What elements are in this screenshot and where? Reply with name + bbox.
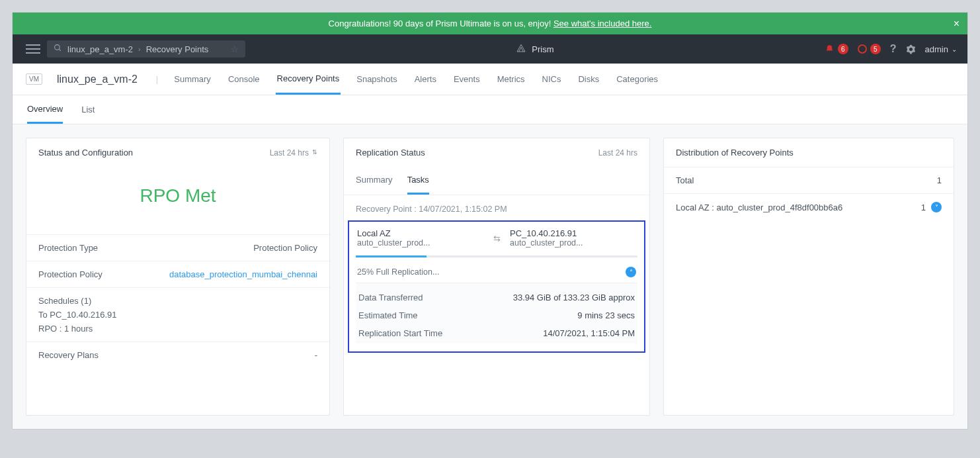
gear-icon <box>906 44 916 54</box>
entity-type-chip: VM <box>26 73 42 85</box>
banner-link[interactable]: See what's included here. <box>553 19 651 28</box>
svg-line-1 <box>59 49 61 51</box>
start-time-value: 14/07/2021, 1:15:04 PM <box>543 328 635 338</box>
help-icon[interactable]: ? <box>890 43 897 55</box>
distribution-title: Distribution of Recovery Points <box>676 148 794 158</box>
brand: Prism <box>245 44 825 54</box>
distribution-card: Distribution of Recovery Points Total 1 … <box>663 138 954 416</box>
total-label: Total <box>676 175 694 185</box>
star-icon[interactable]: ☆ <box>231 44 239 54</box>
replication-range: Last 24 hrs <box>598 148 637 158</box>
svg-marker-2 <box>517 44 525 52</box>
recovery-plans-label: Recovery Plans <box>38 350 99 360</box>
user-label: admin <box>925 44 948 54</box>
protection-policy-label: Protection Policy <box>38 269 102 279</box>
status-card: Status and Configuration Last 24 hrs ⇅ R… <box>26 138 330 416</box>
tab-disks[interactable]: Disks <box>577 65 600 93</box>
search-value: linux_pe_a_vm-2 <box>67 44 133 54</box>
dist-row-count: 1 <box>921 203 926 212</box>
chevron-up-icon: ˄ <box>630 269 633 276</box>
recovery-point-label: Recovery Point : 14/07/2021, 1:15:02 PM <box>344 195 649 220</box>
topbar: linux_pe_a_vm-2 › Recovery Points ☆ Pris… <box>13 34 967 64</box>
schedule-rpo: RPO : 1 hours <box>38 324 317 334</box>
alert-badge: 6 <box>838 44 848 54</box>
status-card-title: Status and Configuration <box>38 148 133 158</box>
estimated-time-label: Estimated Time <box>358 310 418 320</box>
subtab-overview[interactable]: Overview <box>27 96 63 124</box>
source-az: Local AZ <box>357 228 483 238</box>
schedule-target: To PC_10.40.216.91 <box>38 310 317 320</box>
subtab-bar: Overview List <box>13 95 967 124</box>
replication-task-highlight: Local AZ auto_cluster_prod... ⇆ PC_10.40… <box>348 220 645 353</box>
estimated-time-value: 9 mins 23 secs <box>577 310 635 320</box>
tasks-button[interactable]: 5 <box>858 44 881 54</box>
tab-events[interactable]: Events <box>452 65 481 93</box>
data-transferred-value: 33.94 GiB of 133.23 GiB approx <box>513 293 635 302</box>
tab-metrics[interactable]: Metrics <box>496 65 526 93</box>
alerts-button[interactable]: 6 <box>825 44 848 54</box>
tab-snapshots[interactable]: Snapshots <box>355 65 398 93</box>
replication-card: Replication Status Last 24 hrs Summary T… <box>343 138 650 416</box>
search-icon <box>54 44 62 54</box>
rpo-status: RPO Met <box>26 167 329 234</box>
recovery-plans-value: - <box>315 350 317 360</box>
expand-button[interactable]: ˅ <box>931 202 942 212</box>
collapse-toggle[interactable]: ˄ <box>626 267 636 277</box>
repl-tab-summary[interactable]: Summary <box>356 167 393 195</box>
promo-banner: Congratulations! 90 days of Prism Ultima… <box>13 13 967 34</box>
search-tail: Recovery Points <box>146 44 209 54</box>
target-az: PC_10.40.216.91 <box>510 228 636 238</box>
swap-icon: ⇆ <box>483 228 510 244</box>
dist-row-label: Local AZ : auto_cluster_prod_4f8df00bb6a… <box>676 203 842 212</box>
topbar-right: 6 5 ? admin ⌄ <box>825 43 961 55</box>
chevron-down-icon: ⌄ <box>952 46 957 53</box>
main-content: Status and Configuration Last 24 hrs ⇅ R… <box>13 124 967 429</box>
entity-tabbar: VM linux_pe_a_vm-2 | Summary Console Rec… <box>13 64 967 95</box>
protection-type-label: Protection Type <box>38 243 98 253</box>
menu-icon[interactable] <box>26 42 40 56</box>
svg-point-0 <box>55 45 60 50</box>
tab-summary[interactable]: Summary <box>173 65 212 93</box>
schedules-label: Schedules (1) <box>38 296 317 306</box>
tab-recovery-points[interactable]: Recovery Points <box>276 64 341 95</box>
total-value: 1 <box>937 175 942 185</box>
chevron-down-icon: ˅ <box>935 204 938 211</box>
subtab-list[interactable]: List <box>81 97 95 122</box>
status-range-selector[interactable]: Last 24 hrs ⇅ <box>270 148 317 158</box>
tab-categories[interactable]: Categories <box>615 65 659 93</box>
app-frame: Congratulations! 90 days of Prism Ultima… <box>12 12 968 430</box>
progress-label: 25% Full Replication... <box>357 267 439 277</box>
user-menu[interactable]: admin ⌄ <box>925 44 957 54</box>
start-time-label: Replication Start Time <box>358 328 442 338</box>
tab-nics[interactable]: NICs <box>541 65 563 93</box>
settings-icon[interactable] <box>906 44 916 54</box>
bell-icon <box>825 44 835 54</box>
task-badge: 5 <box>870 44 881 54</box>
protection-type-value: Protection Policy <box>253 243 317 253</box>
replication-progress <box>356 255 637 257</box>
brand-icon <box>516 44 526 54</box>
search-breadcrumb[interactable]: linux_pe_a_vm-2 › Recovery Points ☆ <box>47 40 245 58</box>
protection-policy-link[interactable]: database_protection_mumbai_chennai <box>169 269 317 279</box>
tab-alerts[interactable]: Alerts <box>413 65 438 93</box>
source-cluster: auto_cluster_prod... <box>357 238 456 248</box>
brand-label: Prism <box>532 44 553 54</box>
sort-icon: ⇅ <box>312 150 317 156</box>
tab-console[interactable]: Console <box>227 65 261 93</box>
data-transferred-label: Data Transferred <box>358 293 423 302</box>
entity-name: linux_pe_a_vm-2 <box>57 73 138 85</box>
ring-icon <box>858 44 867 54</box>
chevron-right-icon: › <box>138 45 141 53</box>
target-cluster: auto_cluster_prod... <box>510 238 609 248</box>
replication-title: Replication Status <box>356 148 425 158</box>
close-icon[interactable]: × <box>954 18 960 30</box>
repl-tab-tasks[interactable]: Tasks <box>407 167 429 195</box>
banner-text: Congratulations! 90 days of Prism Ultima… <box>329 19 553 28</box>
